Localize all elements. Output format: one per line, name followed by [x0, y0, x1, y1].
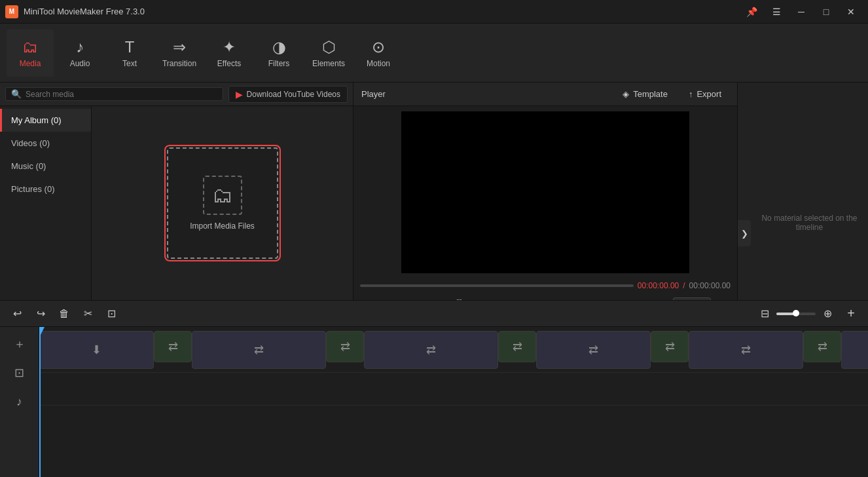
- delete-button[interactable]: 🗑: [55, 305, 73, 323]
- logo-text: M: [9, 8, 14, 15]
- transition-clip-5[interactable]: ⇄: [803, 331, 841, 362]
- yt-download-label: Download YouTube Videos: [247, 90, 340, 99]
- app-title: MiniTool MovieMaker Free 7.3.0: [24, 7, 740, 16]
- close-button[interactable]: ✕: [839, 0, 863, 24]
- template-button[interactable]: ◈ Template: [615, 86, 676, 102]
- transition-clip-3[interactable]: ⇄: [498, 331, 536, 362]
- clip-4-icon: ⇄: [588, 343, 598, 357]
- main-area: 🔍 ▶ Download YouTube Videos My Album (0)…: [0, 83, 868, 300]
- cut-button[interactable]: ✂: [79, 305, 97, 323]
- play-button[interactable]: ▶: [360, 296, 378, 300]
- player-label: Player: [361, 89, 609, 99]
- sidebar-item-my-album[interactable]: My Album (0): [0, 109, 91, 132]
- clip-3-icon: ⇄: [426, 343, 436, 357]
- motion-icon: ⊙: [372, 38, 385, 56]
- player-header: Player ◈ Template ↑ Export: [353, 83, 737, 106]
- toolbar-item-audio[interactable]: ♪ Audio: [56, 29, 103, 77]
- zoom-track[interactable]: [776, 313, 816, 315]
- export-button[interactable]: ↑ Export: [681, 86, 729, 102]
- next-frame-button[interactable]: ⏭: [405, 296, 423, 300]
- export-label: Export: [696, 89, 721, 99]
- toolbar-item-transition[interactable]: ⇒ Transition: [156, 29, 203, 77]
- timeline-bar: 00:00:00.00 / 00:00:00.00: [360, 278, 731, 293]
- sidebar-pictures-label: Pictures (0): [11, 184, 54, 194]
- toolbar-item-text[interactable]: T Text: [106, 29, 153, 77]
- video-clip-3[interactable]: ⇄: [364, 331, 498, 369]
- total-time: 00:00:00.00: [689, 281, 731, 290]
- search-box[interactable]: 🔍: [5, 87, 223, 101]
- minimize-button[interactable]: ─: [789, 0, 813, 24]
- transition-5-icon: ⇄: [818, 339, 827, 354]
- menu-button[interactable]: ☰: [765, 0, 788, 24]
- stop-button[interactable]: ⏹: [427, 296, 445, 300]
- maximize-button[interactable]: □: [814, 0, 838, 24]
- video-track-icon-button[interactable]: ⊡: [8, 361, 31, 385]
- transition-clip-2[interactable]: ⇄: [326, 331, 364, 362]
- transition-2-icon: ⇄: [340, 339, 350, 354]
- sidebar-videos-label: Videos (0): [11, 138, 50, 148]
- add-track-button[interactable]: +: [842, 305, 860, 323]
- export-icon: ↑: [689, 89, 693, 99]
- toolbar-filters-label: Filters: [268, 59, 290, 68]
- import-media-box[interactable]: 🗂 Import Media Files: [167, 147, 278, 259]
- video-clip-6[interactable]: [841, 331, 868, 369]
- transition-clip-4[interactable]: ⇄: [651, 331, 689, 362]
- bottom-panel: ↩ ↪ 🗑 ✂ ⊡ ⊟ ⊕ + ＋ ⊡ ♪: [0, 300, 868, 477]
- toolbar-transition-label: Transition: [162, 59, 196, 68]
- toolbar-elements-label: Elements: [312, 59, 345, 68]
- main-toolbar: 🗂 Media ♪ Audio T Text ⇒ Transition ✦ Ef…: [0, 24, 868, 83]
- text-icon: T: [125, 38, 135, 56]
- toolbar-text-label: Text: [122, 59, 137, 68]
- media-icon: 🗂: [22, 38, 38, 56]
- video-track-row: ⬇ ⇄ ⇄ ⇄ ⇄ ⇄: [39, 327, 868, 373]
- video-clip-1[interactable]: ⬇: [39, 331, 154, 369]
- redo-button[interactable]: ↪: [31, 305, 50, 323]
- current-time: 00:00:00.00: [638, 281, 679, 290]
- filters-icon: ◑: [272, 38, 286, 56]
- volume-button[interactable]: 🔊: [449, 296, 467, 300]
- toolbar-item-motion[interactable]: ⊙ Motion: [355, 29, 402, 77]
- toolbar-item-media[interactable]: 🗂 Media: [7, 29, 54, 77]
- clip-5-icon: ⇄: [741, 343, 751, 357]
- video-clip-4[interactable]: ⇄: [536, 331, 651, 369]
- sidebar-my-album-label: My Album (0): [11, 115, 62, 125]
- video-preview: [401, 111, 689, 273]
- sidebar-item-music[interactable]: Music (0): [0, 155, 91, 178]
- collapse-panel-button[interactable]: ❯: [738, 220, 751, 246]
- sidebar: My Album (0) Videos (0) Music (0) Pictur…: [0, 106, 92, 300]
- toolbar-item-filters[interactable]: ◑ Filters: [255, 29, 302, 77]
- toolbar-item-elements[interactable]: ⬡ Elements: [305, 29, 352, 77]
- audio-track-icon-button[interactable]: ♪: [8, 390, 31, 413]
- prev-frame-button[interactable]: ⏮: [382, 296, 401, 300]
- collapse-icon: ❯: [741, 229, 748, 238]
- edit-toolbar-right: ⊟ ⊕ +: [755, 305, 860, 323]
- titlebar: M MiniTool MovieMaker Free 7.3.0 📌 ☰ ─ □…: [0, 0, 868, 24]
- crop-button[interactable]: ⊡: [102, 305, 120, 323]
- toolbar-motion-label: Motion: [367, 59, 390, 68]
- sidebar-item-videos[interactable]: Videos (0): [0, 132, 91, 155]
- clip-2-icon: ⇄: [254, 343, 264, 357]
- no-material-text: No material selected on the timeline: [751, 200, 868, 245]
- window-controls: 📌 ☰ ─ □ ✕: [740, 0, 863, 24]
- undo-button[interactable]: ↩: [8, 305, 26, 323]
- pin-button[interactable]: 📌: [740, 0, 763, 24]
- timeline: ＋ ⊡ ♪ ⬇ ⇄ ⇄: [0, 327, 868, 477]
- video-clip-2[interactable]: ⇄: [192, 331, 326, 369]
- transition-clip-1[interactable]: ⇄: [154, 331, 192, 362]
- left-inner: My Album (0) Videos (0) Music (0) Pictur…: [0, 106, 353, 300]
- timeline-sidebar: ＋ ⊡ ♪: [0, 327, 39, 477]
- video-clip-5[interactable]: ⇄: [689, 331, 803, 369]
- transition-3-icon: ⇄: [513, 339, 522, 354]
- toolbar-item-effects[interactable]: ✦ Effects: [206, 29, 253, 77]
- toolbar-audio-label: Audio: [70, 59, 90, 68]
- sidebar-item-pictures[interactable]: Pictures (0): [0, 178, 91, 200]
- timeline-track[interactable]: [360, 284, 634, 287]
- edit-toolbar: ↩ ↪ 🗑 ✂ ⊡ ⊟ ⊕ +: [0, 301, 868, 327]
- time-separator: /: [683, 281, 685, 290]
- add-media-track-button[interactable]: ＋: [8, 332, 31, 356]
- zoom-in-button[interactable]: ⊕: [818, 305, 837, 323]
- yt-download-button[interactable]: ▶ Download YouTube Videos: [228, 86, 348, 103]
- clip-1-icon: ⬇: [92, 343, 101, 357]
- search-input[interactable]: [26, 90, 217, 99]
- zoom-out-button[interactable]: ⊟: [755, 305, 774, 323]
